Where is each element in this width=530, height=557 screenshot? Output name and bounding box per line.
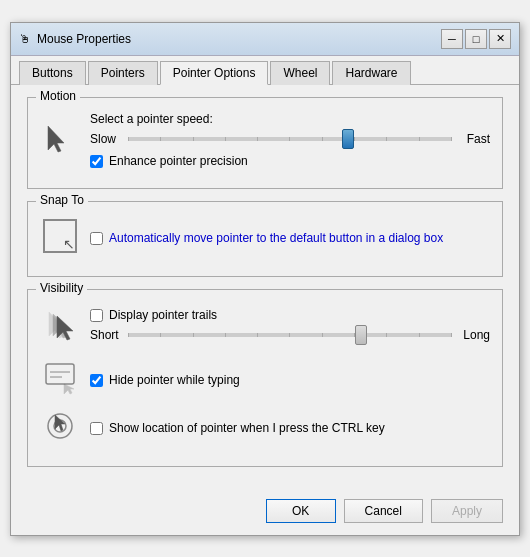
tab-content: Motion Select a pointer speed: Slow	[11, 85, 519, 491]
hide-checkbox[interactable]	[90, 374, 103, 387]
trails-checkbox[interactable]	[90, 309, 103, 322]
snap-to-group-title: Snap To	[36, 193, 88, 207]
mouse-properties-window: 🖱 Mouse Properties ─ □ ✕ Buttons Pointer…	[10, 22, 520, 536]
svg-marker-7	[64, 384, 74, 394]
ok-button[interactable]: OK	[266, 499, 336, 523]
precision-label: Enhance pointer precision	[109, 154, 248, 168]
motion-row: Select a pointer speed: Slow	[40, 112, 490, 168]
trails-icon	[40, 307, 80, 347]
window-icon: 🖱	[19, 32, 31, 46]
visibility-group-inner: Display pointer trails Short	[40, 304, 490, 446]
motion-group-title: Motion	[36, 89, 80, 103]
tab-pointers[interactable]: Pointers	[88, 61, 158, 85]
tab-wheel[interactable]: Wheel	[270, 61, 330, 85]
tab-bar: Buttons Pointers Pointer Options Wheel H…	[11, 56, 519, 85]
title-bar-controls: ─ □ ✕	[441, 29, 511, 49]
precision-checkbox[interactable]	[90, 155, 103, 168]
location-row: Show location of pointer when I press th…	[40, 406, 490, 446]
trails-slider-thumb[interactable]	[355, 325, 367, 345]
trails-slider-row: Short Long	[90, 328, 490, 342]
speed-slider-thumb[interactable]	[342, 129, 354, 149]
snap-to-group-inner: ↖ Automatically move pointer to the defa…	[40, 216, 490, 256]
motion-icon	[40, 120, 80, 160]
trails-slider-track[interactable]	[128, 333, 452, 337]
snap-to-group: Snap To ↖ Automatically move pointer to …	[27, 201, 503, 277]
trails-row: Display pointer trails Short	[40, 304, 490, 350]
hide-pointer-row: Hide pointer while typing	[40, 358, 490, 398]
svg-marker-10	[55, 415, 65, 431]
apply-button[interactable]: Apply	[431, 499, 503, 523]
minimize-button[interactable]: ─	[441, 29, 463, 49]
location-icon	[40, 406, 80, 446]
precision-row: Enhance pointer precision	[90, 154, 490, 168]
trails-label: Display pointer trails	[109, 308, 217, 322]
title-bar-left: 🖱 Mouse Properties	[19, 32, 131, 46]
trails-content: Display pointer trails Short	[90, 304, 490, 350]
snap-to-icon: ↖	[40, 216, 80, 256]
snap-to-row: ↖ Automatically move pointer to the defa…	[40, 216, 490, 256]
speed-label: Select a pointer speed:	[90, 112, 490, 126]
visibility-group-title: Visibility	[36, 281, 87, 295]
button-row: OK Cancel Apply	[11, 491, 519, 535]
slider-ticks	[128, 137, 452, 141]
snap-checkbox[interactable]	[90, 232, 103, 245]
window-title: Mouse Properties	[37, 32, 131, 46]
motion-group: Motion Select a pointer speed: Slow	[27, 97, 503, 189]
trails-ticks	[128, 333, 452, 337]
long-label: Long	[460, 328, 490, 342]
tab-buttons[interactable]: Buttons	[19, 61, 86, 85]
tab-pointer-options[interactable]: Pointer Options	[160, 61, 269, 85]
cancel-button[interactable]: Cancel	[344, 499, 423, 523]
hide-pointer-icon	[40, 358, 80, 398]
motion-group-inner: Select a pointer speed: Slow	[40, 112, 490, 168]
speed-slider-row: Slow Fast	[90, 132, 490, 146]
tab-hardware[interactable]: Hardware	[332, 61, 410, 85]
location-checkbox[interactable]	[90, 422, 103, 435]
svg-rect-4	[46, 364, 74, 384]
maximize-button[interactable]: □	[465, 29, 487, 49]
visibility-group: Visibility Display pointer t	[27, 289, 503, 467]
trails-checkbox-row: Display pointer trails	[90, 308, 490, 322]
svg-marker-0	[48, 126, 64, 152]
hide-checkbox-row: Hide pointer while typing	[90, 373, 240, 387]
speed-slider-track[interactable]	[128, 137, 452, 141]
motion-content: Select a pointer speed: Slow	[90, 112, 490, 168]
snap-label: Automatically move pointer to the defaul…	[109, 231, 443, 245]
location-checkbox-row: Show location of pointer when I press th…	[90, 421, 385, 435]
hide-label: Hide pointer while typing	[109, 373, 240, 387]
snap-checkbox-row: Automatically move pointer to the defaul…	[90, 231, 490, 245]
title-bar: 🖱 Mouse Properties ─ □ ✕	[11, 23, 519, 56]
close-button[interactable]: ✕	[489, 29, 511, 49]
short-label: Short	[90, 328, 120, 342]
location-label: Show location of pointer when I press th…	[109, 421, 385, 435]
fast-label: Fast	[460, 132, 490, 146]
slow-label: Slow	[90, 132, 120, 146]
